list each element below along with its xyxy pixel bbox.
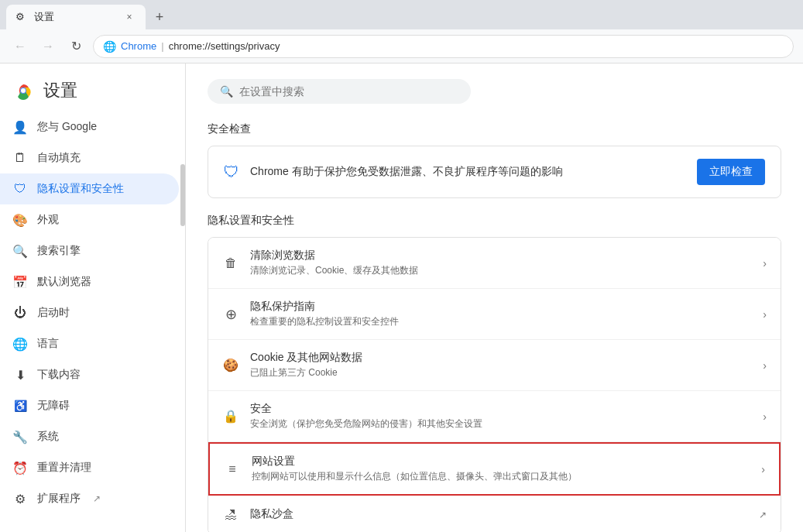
active-tab[interactable]: ⚙ 设置 × xyxy=(6,5,146,29)
chevron-right-icon: › xyxy=(763,359,767,372)
address-bar-row: ← → ↻ 🌐 Chrome | chrome://settings/priva… xyxy=(0,29,803,63)
chevron-right-icon: › xyxy=(761,463,765,475)
forward-button[interactable]: → xyxy=(37,36,59,57)
trash-icon: 🗑 xyxy=(222,255,239,272)
sidebar-label-startup: 启动时 xyxy=(37,306,70,320)
privacy-guide-content: 隐私保护指南 检查重要的隐私控制设置和安全控件 xyxy=(250,300,752,328)
chrome-logo-icon xyxy=(12,80,34,101)
url-protocol: Chrome xyxy=(121,40,156,52)
site-settings-content: 网站设置 控制网站可以使用和显示什么信息（如位置信息、摄像头、弹出式窗口及其他） xyxy=(252,455,750,483)
clear-browsing-subtitle: 清除浏览记录、Cookie、缓存及其他数据 xyxy=(250,264,752,277)
privacy-settings-list: 🗑 清除浏览数据 清除浏览记录、Cookie、缓存及其他数据 › ⊕ 隐私保护指… xyxy=(208,237,781,532)
globe-icon: 🌐 xyxy=(12,336,28,352)
sidebar-label-search: 搜索引擎 xyxy=(37,244,81,258)
palette-icon: 🎨 xyxy=(12,212,28,228)
sidebar-header: 设置 xyxy=(0,70,185,112)
sidebar-item-appearance[interactable]: 🎨 外观 xyxy=(0,204,179,235)
sidebar-item-privacy[interactable]: 🛡 隐私设置和安全性 xyxy=(0,173,179,204)
address-bar[interactable]: 🌐 Chrome | chrome://settings/privacy xyxy=(93,35,794,58)
shield-check-icon: 🛡 xyxy=(224,163,239,181)
sidebar-item-startup[interactable]: ⏻ 启动时 xyxy=(0,297,179,328)
sidebar-label-browser: 默认浏览器 xyxy=(37,275,91,289)
chevron-right-icon: › xyxy=(763,257,767,269)
cookies-title: Cookie 及其他网站数据 xyxy=(250,351,752,365)
cookies-content: Cookie 及其他网站数据 已阻止第三方 Cookie xyxy=(250,351,752,379)
safety-check-text: Chrome 有助于保护您免受数据泄露、不良扩展程序等问题的影响 xyxy=(250,165,686,179)
sidebar-item-google[interactable]: 👤 您与 Google xyxy=(0,112,179,142)
safety-check-title: 安全检查 xyxy=(208,122,781,136)
wrench-icon: 🔧 xyxy=(12,429,28,444)
sidebar-label-language: 语言 xyxy=(37,337,59,351)
security-item[interactable]: 🔒 安全 安全浏览（保护您免受危险网站的侵害）和其他安全设置 › xyxy=(208,391,781,442)
sidebar-item-language[interactable]: 🌐 语言 xyxy=(0,328,179,359)
sidebar-item-search[interactable]: 🔍 搜索引擎 xyxy=(0,235,179,266)
privacy-guide-title: 隐私保护指南 xyxy=(250,300,752,314)
page-content: 设置 👤 您与 Google 🗒 自动填充 🛡 隐私设置和安全性 🎨 外观 🔍 xyxy=(0,63,803,532)
person-icon: 👤 xyxy=(12,119,28,135)
browser-icon: 📅 xyxy=(12,274,28,290)
privacy-sandbox-title: 隐私沙盒 xyxy=(250,507,748,521)
search-icon: 🔍 xyxy=(220,85,233,98)
sidebar-label-extensions: 扩展程序 xyxy=(37,492,81,506)
privacy-guide-subtitle: 检查重要的隐私控制设置和安全控件 xyxy=(250,315,752,328)
privacy-sandbox-item[interactable]: 🏖 隐私沙盒 ↗ xyxy=(208,496,781,532)
sidebar-label-privacy: 隐私设置和安全性 xyxy=(37,182,124,196)
security-title: 安全 xyxy=(250,402,752,416)
search-icon: 🔍 xyxy=(12,243,28,259)
guide-icon: ⊕ xyxy=(222,306,239,323)
svg-point-2 xyxy=(21,88,26,93)
privacy-guide-item[interactable]: ⊕ 隐私保护指南 检查重要的隐私控制设置和安全控件 › xyxy=(208,289,781,340)
sidebar-label-autofill: 自动填充 xyxy=(37,151,81,165)
sidebar-label-system: 系统 xyxy=(37,430,59,444)
sidebar-item-autofill[interactable]: 🗒 自动填充 xyxy=(0,142,179,173)
site-settings-title: 网站设置 xyxy=(252,455,750,469)
sidebar-item-system[interactable]: 🔧 系统 xyxy=(0,421,179,452)
back-button[interactable]: ← xyxy=(9,36,31,57)
safety-check-card: 🛡 Chrome 有助于保护您免受数据泄露、不良扩展程序等问题的影响 立即检查 xyxy=(208,146,781,198)
external-link-icon: ↗ xyxy=(759,510,767,520)
annotation-arrow xyxy=(186,402,190,472)
gear-icon: ⚙ xyxy=(12,491,28,506)
cookies-subtitle: 已阻止第三方 Cookie xyxy=(250,366,752,379)
sidebar-label-accessibility: 无障碍 xyxy=(37,399,70,413)
new-tab-button[interactable]: + xyxy=(149,6,170,28)
check-now-button[interactable]: 立即检查 xyxy=(697,159,765,185)
cookie-icon: 🍪 xyxy=(222,357,239,374)
cookies-item[interactable]: 🍪 Cookie 及其他网站数据 已阻止第三方 Cookie › xyxy=(208,340,781,391)
tab-bar: ⚙ 设置 × + xyxy=(0,0,803,29)
refresh-button[interactable]: ↻ xyxy=(65,36,87,57)
sidebar-item-extensions[interactable]: ⚙ 扩展程序 ↗ xyxy=(0,483,179,514)
autofill-icon: 🗒 xyxy=(12,150,28,166)
sidebar-label-google: 您与 Google xyxy=(37,120,97,134)
clear-browsing-title: 清除浏览数据 xyxy=(250,249,752,263)
main-content: 🔍 安全检查 🛡 Chrome 有助于保护您免受数据泄露、不良扩展程序等问题的影… xyxy=(186,63,803,532)
search-input[interactable] xyxy=(239,85,458,98)
browser-frame: ⚙ 设置 × + ← → ↻ 🌐 Chrome | chrome://setti… xyxy=(0,0,803,532)
sandbox-icon: 🏖 xyxy=(222,506,239,523)
privacy-sandbox-content: 隐私沙盒 xyxy=(250,507,748,523)
tab-title: 设置 xyxy=(34,10,116,24)
chevron-right-icon: › xyxy=(763,410,767,423)
clear-browsing-item[interactable]: 🗑 清除浏览数据 清除浏览记录、Cookie、缓存及其他数据 › xyxy=(208,238,781,289)
search-bar[interactable]: 🔍 xyxy=(208,79,471,104)
sidebar: 设置 👤 您与 Google 🗒 自动填充 🛡 隐私设置和安全性 🎨 外观 🔍 xyxy=(0,63,186,532)
tab-favicon: ⚙ xyxy=(15,11,28,23)
power-icon: ⏻ xyxy=(12,305,28,321)
sidebar-title: 设置 xyxy=(43,79,77,102)
download-icon: ⬇ xyxy=(12,367,28,383)
sidebar-scrollbar[interactable] xyxy=(180,164,185,226)
privacy-section-title: 隐私设置和安全性 xyxy=(208,214,781,228)
sidebar-item-accessibility[interactable]: ♿ 无障碍 xyxy=(0,390,179,421)
reset-icon: ⏰ xyxy=(12,460,28,475)
chevron-right-icon: › xyxy=(763,308,767,321)
sidebar-item-downloads[interactable]: ⬇ 下载内容 xyxy=(0,359,179,390)
site-settings-item[interactable]: ≡ 网站设置 控制网站可以使用和显示什么信息（如位置信息、摄像头、弹出式窗口及其… xyxy=(208,442,781,496)
site-settings-icon: ≡ xyxy=(224,461,241,478)
sidebar-item-default-browser[interactable]: 📅 默认浏览器 xyxy=(0,266,179,297)
lock-icon: 🔒 xyxy=(222,408,239,425)
tab-close-button[interactable]: × xyxy=(122,10,136,24)
url-path: chrome://settings/privacy xyxy=(169,40,280,52)
external-link-icon: ↗ xyxy=(93,493,101,504)
sidebar-item-reset[interactable]: ⏰ 重置并清理 xyxy=(0,452,179,483)
accessibility-icon: ♿ xyxy=(12,398,28,414)
